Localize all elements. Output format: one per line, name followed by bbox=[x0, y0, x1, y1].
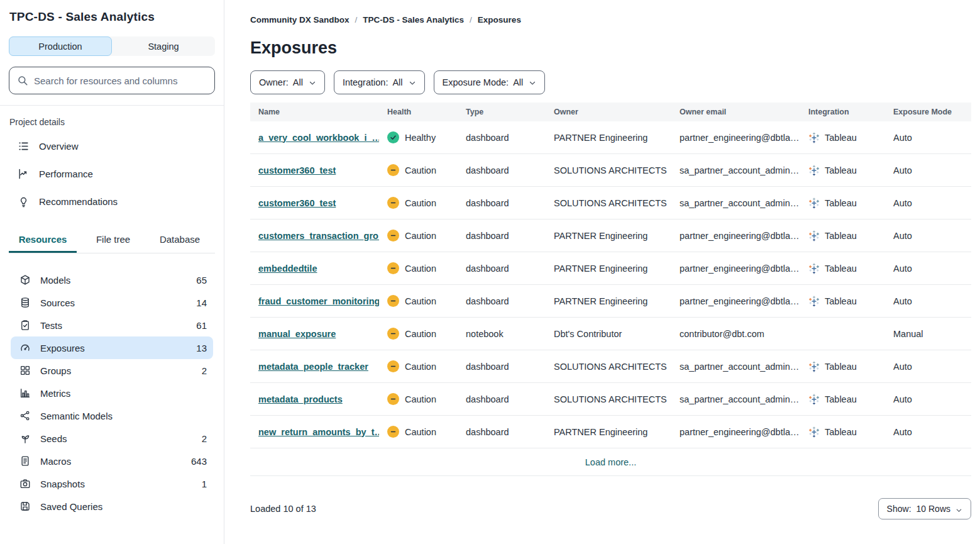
integration-label: Tableau bbox=[825, 165, 857, 175]
exposure-name-link[interactable]: embeddedtile bbox=[258, 264, 317, 274]
table-header-row: NameHealthTypeOwnerOwner emailIntegratio… bbox=[250, 103, 971, 121]
production-toggle-button[interactable]: Production bbox=[9, 36, 112, 56]
exposure-mode-cell: Auto bbox=[885, 427, 971, 437]
sidebar-item-recommendations[interactable]: Recommendations bbox=[9, 187, 215, 215]
owner-email-cell: sa_partner_account_admin… bbox=[671, 165, 800, 175]
exposure-mode-cell: Manual bbox=[885, 329, 971, 339]
health-cell: Caution bbox=[379, 295, 458, 307]
tableau-icon bbox=[808, 296, 820, 307]
tab-resources[interactable]: Resources bbox=[9, 229, 77, 253]
integration-cell: Tableau bbox=[800, 197, 885, 209]
owner-cell: SOLUTIONS ARCHITECTS bbox=[546, 198, 671, 208]
breadcrumb-separator: / bbox=[470, 15, 472, 25]
resource-label: Models bbox=[40, 275, 196, 286]
chevron-down-icon bbox=[529, 79, 536, 86]
sidebar-item-label: Performance bbox=[39, 169, 93, 179]
health-label: Caution bbox=[405, 165, 436, 175]
owner-cell: SOLUTIONS ARCHITECTS bbox=[546, 394, 671, 404]
healthy-badge bbox=[387, 131, 399, 143]
exposure-name-link[interactable]: fraud_customer_monitoring bbox=[258, 296, 379, 306]
table-row: a_very_cool_workbook_i_…Healthydashboard… bbox=[250, 121, 971, 154]
owner-filter[interactable]: Owner: All bbox=[250, 70, 325, 94]
caution-icon bbox=[390, 199, 397, 206]
exposure-name-link[interactable]: metadata_products bbox=[258, 394, 343, 404]
filter-value: All bbox=[293, 77, 303, 87]
exposure-name-link[interactable]: a_very_cool_workbook_i_… bbox=[258, 133, 379, 143]
sidebar-item-snapshots[interactable]: Snapshots1 bbox=[11, 472, 213, 495]
health-cell: Caution bbox=[379, 197, 458, 209]
sidebar-item-exposures[interactable]: Exposures13 bbox=[11, 336, 213, 359]
breadcrumb: Community DX Sandbox / TPC-DS - Sales An… bbox=[250, 15, 971, 25]
type-cell: dashboard bbox=[458, 427, 546, 437]
tableau-icon bbox=[808, 394, 820, 405]
name-cell: customer360_test bbox=[250, 198, 379, 208]
search-input[interactable] bbox=[34, 75, 207, 86]
grid-icon bbox=[19, 365, 31, 376]
breadcrumb-item[interactable]: TPC-DS - Sales Analytics bbox=[363, 15, 464, 25]
tableau-icon bbox=[808, 197, 820, 209]
integration-label: Tableau bbox=[825, 198, 857, 208]
sidebar-item-metrics[interactable]: Metrics bbox=[11, 382, 213, 404]
health-label: Caution bbox=[405, 296, 436, 306]
sidebar-item-sources[interactable]: Sources14 bbox=[11, 291, 213, 314]
caution-icon bbox=[390, 330, 397, 337]
clipboard-check-icon bbox=[19, 319, 31, 331]
caution-icon bbox=[390, 396, 397, 402]
caution-badge bbox=[387, 164, 399, 176]
sidebar-item-saved-queries[interactable]: Saved Queries bbox=[11, 495, 213, 518]
type-cell: notebook bbox=[458, 329, 546, 339]
caution-icon bbox=[390, 232, 397, 239]
tab-database[interactable]: Database bbox=[150, 229, 210, 253]
health-cell: Healthy bbox=[379, 131, 458, 143]
staging-toggle-button[interactable]: Staging bbox=[112, 36, 215, 56]
health-cell: Caution bbox=[379, 360, 458, 372]
exposure-name-link[interactable]: customers_transaction_gro… bbox=[258, 231, 379, 241]
exposure-mode-filter[interactable]: Exposure Mode: All bbox=[434, 70, 546, 94]
breadcrumb-item[interactable]: Community DX Sandbox bbox=[250, 15, 350, 25]
sidebar-item-models[interactable]: Models65 bbox=[11, 269, 213, 291]
sidebar-item-tests[interactable]: Tests61 bbox=[11, 314, 213, 336]
exposure-name-link[interactable]: customer360_test bbox=[258, 165, 336, 175]
rows-per-page-button[interactable]: Show: 10 Rows bbox=[878, 498, 971, 519]
sidebar-item-overview[interactable]: Overview bbox=[9, 132, 215, 160]
resource-count: 65 bbox=[196, 275, 207, 286]
sidebar-divider bbox=[0, 105, 224, 106]
caution-badge bbox=[387, 230, 399, 241]
exposure-name-link[interactable]: manual_exposure bbox=[258, 329, 336, 339]
bar-chart-icon bbox=[19, 387, 31, 399]
cube-icon bbox=[19, 274, 31, 286]
integration-filter[interactable]: Integration: All bbox=[334, 70, 425, 94]
owner-email-cell: contributor@dbt.com bbox=[671, 329, 800, 339]
name-cell: a_very_cool_workbook_i_… bbox=[250, 133, 379, 143]
lightbulb-icon bbox=[18, 196, 30, 208]
integration-label: Tableau bbox=[825, 133, 857, 143]
sidebar-item-label: Overview bbox=[39, 141, 79, 152]
exposure-name-link[interactable]: metadata_people_tracker bbox=[258, 362, 368, 372]
owner-cell: PARTNER Engineering bbox=[546, 231, 671, 241]
column-header: Health bbox=[379, 108, 458, 116]
tab-file-tree[interactable]: File tree bbox=[83, 229, 143, 253]
load-more-link[interactable]: Load more... bbox=[585, 457, 636, 467]
exposure-name-link[interactable]: new_return_amounts_by_t… bbox=[258, 427, 379, 437]
floppy-icon bbox=[19, 501, 31, 512]
main-content: Community DX Sandbox / TPC-DS - Sales An… bbox=[224, 0, 980, 544]
exposure-mode-cell: Auto bbox=[885, 296, 971, 306]
sidebar-item-macros[interactable]: Macros643 bbox=[11, 450, 213, 472]
caution-badge bbox=[387, 197, 399, 209]
integration-cell: Tableau bbox=[800, 296, 885, 307]
load-more-row: Load more... bbox=[250, 448, 971, 476]
name-cell: embeddedtile bbox=[250, 264, 379, 274]
search-box[interactable] bbox=[9, 67, 215, 94]
owner-cell: PARTNER Engineering bbox=[546, 264, 671, 274]
health-label: Healthy bbox=[405, 133, 436, 143]
resource-label: Exposures bbox=[40, 343, 196, 353]
integration-cell: Tableau bbox=[800, 132, 885, 143]
sidebar-item-semantic-models[interactable]: Semantic Models bbox=[11, 404, 213, 427]
sidebar: TPC-DS - Sales Analytics Production Stag… bbox=[0, 0, 224, 544]
sidebar-item-seeds[interactable]: Seeds2 bbox=[11, 427, 213, 450]
column-header: Name bbox=[250, 108, 379, 116]
exposure-name-link[interactable]: customer360_test bbox=[258, 198, 336, 208]
resource-label: Tests bbox=[40, 320, 196, 331]
sidebar-item-groups[interactable]: Groups2 bbox=[11, 359, 213, 382]
sidebar-item-performance[interactable]: Performance bbox=[9, 160, 215, 187]
